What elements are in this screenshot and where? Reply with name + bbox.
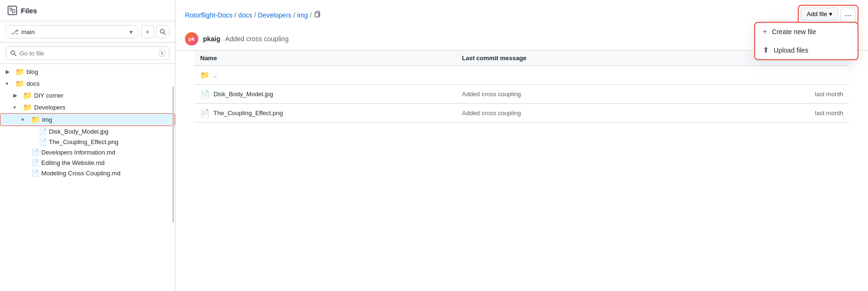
commit-msg-cell: Added cross coupling xyxy=(456,104,718,123)
tree-label: Modeling Cross Coupling.md xyxy=(41,170,169,177)
upload-files-item[interactable]: ⬆ Upload files xyxy=(755,41,858,59)
folder-icon: 📁 xyxy=(200,71,210,80)
commit-date-cell: last month xyxy=(718,85,849,104)
folder-icon: 📁 xyxy=(15,79,25,88)
folder-icon: 📁 xyxy=(23,91,32,100)
folder-icon: 📁 xyxy=(23,103,32,112)
file-link[interactable]: Disk_Body_Model.jpg xyxy=(213,91,273,98)
tree-label: Editing the Website.md xyxy=(41,159,169,166)
chevron-down-icon: ▾ xyxy=(829,10,832,18)
tree-item-blog[interactable]: ▶ 📁 blog xyxy=(0,66,175,78)
upload-icon: ⬆ xyxy=(763,45,769,55)
avatar: pk xyxy=(185,32,198,45)
table-row: 📄 The_Coupling_Effect.png Added cross co… xyxy=(194,104,849,123)
branch-selector: ⎇ main ▾ + xyxy=(0,21,175,43)
search-files-button[interactable] xyxy=(156,25,169,38)
branch-actions: + xyxy=(141,25,169,38)
tree-label: img xyxy=(42,116,169,123)
tree-item-developers[interactable]: ▾ 📁 Developers xyxy=(0,101,175,113)
chevron-down-icon: ▾ xyxy=(13,104,21,110)
search-box: t xyxy=(0,43,175,64)
tree-label: blog xyxy=(27,68,169,75)
add-file-area: Add file ▾ ··· + Create new file ⬆ Uploa… xyxy=(798,5,859,26)
tree-area: ▶ 📁 blog ▾ 📁 docs ▶ 📁 DIY corner ▾ 📁 Dev… xyxy=(0,64,175,291)
copy-path-button[interactable] xyxy=(314,10,321,20)
folder-icon: 📁 xyxy=(15,67,25,76)
breadcrumb-developers[interactable]: Developers xyxy=(258,11,292,19)
svg-rect-0 xyxy=(10,8,12,10)
more-icon: ··· xyxy=(844,10,851,20)
col-name: Name xyxy=(194,51,456,66)
new-branch-button[interactable]: + xyxy=(141,25,154,38)
commit-msg-cell: Added cross coupling xyxy=(456,85,718,104)
chevron-right-icon: ▶ xyxy=(13,92,21,99)
table-row: 📁 .. xyxy=(194,66,849,85)
tree-label: The_Coupling_Effect.png xyxy=(49,138,169,146)
tree-item-disk-body[interactable]: ▶ 📄 Disk_Body_Model.jpg xyxy=(0,126,175,136)
file-icon: 📄 xyxy=(39,138,47,146)
more-options-button[interactable]: ··· xyxy=(840,8,856,23)
tree-item-coupling-effect[interactable]: ▶ 📄 The_Coupling_Effect.png xyxy=(0,136,175,147)
search-input[interactable] xyxy=(19,50,156,57)
breadcrumb-sep4: / xyxy=(310,11,312,19)
folder-icon: 📁 xyxy=(31,115,40,124)
tree-label: Disk_Body_Model.jpg xyxy=(49,128,169,135)
tree-item-dev-info[interactable]: ▶ 📄 Developers Information.md xyxy=(0,147,175,157)
file-icon: 📄 xyxy=(39,127,47,135)
file-row-name: 📁 .. xyxy=(200,71,451,80)
branch-dropdown[interactable]: ⎇ main ▾ xyxy=(6,25,138,38)
sidebar-title: Files xyxy=(21,7,167,15)
chevron-down-icon: ▾ xyxy=(129,28,133,36)
breadcrumb-sep2: / xyxy=(254,11,256,19)
tree-item-modeling-cross[interactable]: ▶ 📄 Modeling Cross Coupling.md xyxy=(0,168,175,178)
sidebar: Files ⎇ main ▾ + t xyxy=(0,0,175,291)
file-icon: 📄 xyxy=(200,109,210,118)
file-icon: 📄 xyxy=(31,148,39,156)
breadcrumb-repo[interactable]: Rotorflight-Docs xyxy=(185,11,232,19)
tree-label: DIY corner xyxy=(34,92,169,99)
sidebar-header: Files xyxy=(0,0,175,21)
col-commit: Last commit message xyxy=(456,51,718,66)
add-file-button[interactable]: Add file ▾ xyxy=(801,8,839,20)
tree-label: Developers xyxy=(34,104,169,111)
tree-label: docs xyxy=(27,80,169,87)
tree-item-docs[interactable]: ▾ 📁 docs xyxy=(0,78,175,90)
tree-item-img[interactable]: ▾ 📁 img xyxy=(0,113,175,126)
tree-label: Developers Information.md xyxy=(41,149,169,156)
file-row-name: 📄 Disk_Body_Model.jpg xyxy=(200,90,451,99)
main-content: Rotorflight-Docs / docs / Developers / i… xyxy=(175,0,868,291)
svg-rect-6 xyxy=(315,13,319,17)
add-file-label: Add file xyxy=(807,10,827,18)
scrollbar[interactable] xyxy=(172,87,174,223)
svg-line-5 xyxy=(14,54,16,56)
file-icon: 📄 xyxy=(31,159,39,166)
file-table: Name Last commit message Last commit dat… xyxy=(194,51,849,123)
breadcrumb-sep1: / xyxy=(234,11,236,19)
breadcrumb: Rotorflight-Docs / docs / Developers / i… xyxy=(185,10,794,20)
create-new-file-item[interactable]: + Create new file xyxy=(755,23,858,41)
breadcrumb-sep3: / xyxy=(294,11,295,19)
commit-date-cell: last month xyxy=(718,104,849,123)
parent-dir-link[interactable]: .. xyxy=(213,72,217,79)
breadcrumb-docs[interactable]: docs xyxy=(238,11,252,19)
tree-item-editing-website[interactable]: ▶ 📄 Editing the Website.md xyxy=(0,157,175,168)
file-icon: 📄 xyxy=(31,169,39,177)
main-topbar: Rotorflight-Docs / docs / Developers / i… xyxy=(175,0,868,27)
toolbar: Add file ▾ ··· + Create new file ⬆ Uploa… xyxy=(798,5,859,26)
commit-message: Added cross coupling xyxy=(225,35,289,43)
chevron-right-icon: ▶ xyxy=(6,69,13,75)
upload-files-label: Upload files xyxy=(774,46,808,54)
file-row-name: 📄 The_Coupling_Effect.png xyxy=(200,109,451,118)
branch-name: main xyxy=(21,28,35,36)
file-link[interactable]: The_Coupling_Effect.png xyxy=(213,109,283,117)
branch-icon: ⎇ xyxy=(11,28,18,36)
breadcrumb-img[interactable]: img xyxy=(297,11,308,19)
svg-rect-1 xyxy=(12,9,15,13)
search-icon xyxy=(10,50,17,56)
svg-line-3 xyxy=(164,33,166,35)
create-new-file-label: Create new file xyxy=(772,28,816,36)
tree-item-diy-corner[interactable]: ▶ 📁 DIY corner xyxy=(0,90,175,101)
file-icon: 📄 xyxy=(200,90,210,99)
file-table-wrap: Name Last commit message Last commit dat… xyxy=(175,51,868,291)
commit-author[interactable]: pkaig xyxy=(203,35,221,43)
